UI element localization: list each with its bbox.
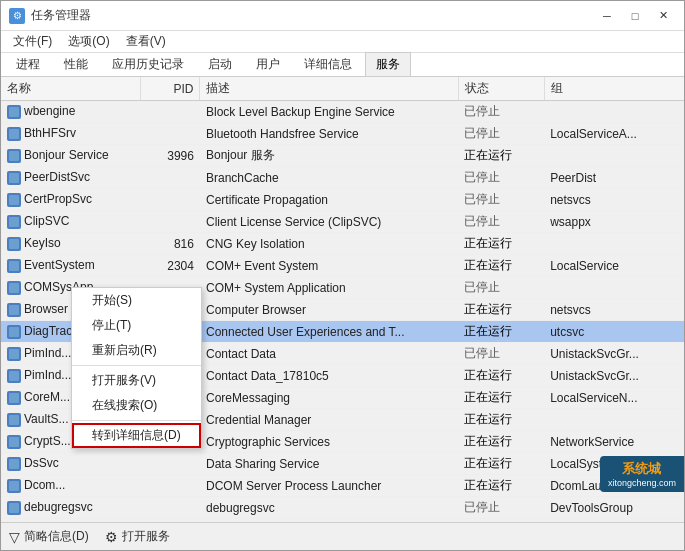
service-icon xyxy=(7,105,21,119)
tab-users[interactable]: 用户 xyxy=(245,52,291,76)
service-icon xyxy=(7,347,21,361)
table-row[interactable]: Dcom... DCOM Server Process Launcher 正在运… xyxy=(1,475,684,497)
close-button[interactable]: ✕ xyxy=(650,6,676,26)
tab-services[interactable]: 服务 xyxy=(365,52,411,76)
row-status: 正在运行 xyxy=(458,431,544,453)
service-icon xyxy=(7,303,21,317)
col-header-name[interactable]: 名称 xyxy=(1,77,141,101)
col-header-status[interactable]: 状态 xyxy=(458,77,544,101)
row-desc: Certificate Propagation xyxy=(200,189,458,211)
context-menu-divider xyxy=(72,365,201,366)
row-group: UnistackSvcGr... xyxy=(544,365,684,387)
service-icon xyxy=(7,171,21,185)
table-row[interactable]: ClipSVC Client License Service (ClipSVC)… xyxy=(1,211,684,233)
row-status: 正在运行 xyxy=(458,255,544,277)
context-menu-item[interactable]: 打开服务(V) xyxy=(72,368,201,393)
row-status: 正在运行 xyxy=(458,365,544,387)
row-desc: Computer Browser xyxy=(200,299,458,321)
col-header-group[interactable]: 组 xyxy=(544,77,684,101)
row-status: 已停止 xyxy=(458,277,544,299)
row-pid xyxy=(141,167,200,189)
row-desc: COM+ System Application xyxy=(200,277,458,299)
row-name: wbengine xyxy=(1,101,141,123)
row-pid: 17100 xyxy=(141,519,200,523)
row-pid xyxy=(141,211,200,233)
row-group xyxy=(544,233,684,255)
row-name: BthHFSrv xyxy=(1,123,141,145)
row-status: 已停止 xyxy=(458,211,544,233)
row-group: PeerDist xyxy=(544,167,684,189)
table-row[interactable]: debugregsvc debugregsvc 已停止 DevToolsGrou… xyxy=(1,497,684,519)
menu-file[interactable]: 文件(F) xyxy=(5,31,60,52)
menu-view[interactable]: 查看(V) xyxy=(118,31,174,52)
table-row[interactable]: DoSvc 17100 Delivery Optimization 正在运行 N… xyxy=(1,519,684,523)
services-icon: ⚙ xyxy=(105,529,118,545)
table-row[interactable]: BthHFSrv Bluetooth Handsfree Service 已停止… xyxy=(1,123,684,145)
minimize-button[interactable]: ─ xyxy=(594,6,620,26)
row-desc: Contact Data xyxy=(200,343,458,365)
row-pid: 2304 xyxy=(141,255,200,277)
tab-details[interactable]: 详细信息 xyxy=(293,52,363,76)
context-menu: 开始(S)停止(T)重新启动(R)打开服务(V)在线搜索(O)转到详细信息(D) xyxy=(71,287,202,449)
context-menu-item[interactable]: 在线搜索(O) xyxy=(72,393,201,418)
row-desc: Connected User Experiences and T... xyxy=(200,321,458,343)
row-name: Bonjour Service xyxy=(1,145,141,167)
title-bar: ⚙ 任务管理器 ─ □ ✕ xyxy=(1,1,684,31)
tab-app-history[interactable]: 应用历史记录 xyxy=(101,52,195,76)
row-pid xyxy=(141,101,200,123)
table-row[interactable]: KeyIso 816 CNG Key Isolation 正在运行 xyxy=(1,233,684,255)
tab-startup[interactable]: 启动 xyxy=(197,52,243,76)
service-icon xyxy=(7,237,21,251)
table-row[interactable]: wbengine Block Level Backup Engine Servi… xyxy=(1,101,684,123)
table-row[interactable]: EventSystem 2304 COM+ Event System 正在运行 … xyxy=(1,255,684,277)
row-group xyxy=(544,145,684,167)
menu-bar: 文件(F) 选项(O) 查看(V) xyxy=(1,31,684,53)
service-icon xyxy=(7,457,21,471)
maximize-button[interactable]: □ xyxy=(622,6,648,26)
row-pid: 3996 xyxy=(141,145,200,167)
watermark: 系统城 xitongcheng.com xyxy=(600,456,684,492)
row-group: utcsvc xyxy=(544,321,684,343)
table-row[interactable]: PeerDistSvc BranchCache 已停止 PeerDist xyxy=(1,167,684,189)
row-pid: 816 xyxy=(141,233,200,255)
table-row[interactable]: CertPropSvc Certificate Propagation 已停止 … xyxy=(1,189,684,211)
service-icon xyxy=(7,149,21,163)
row-status: 已停止 xyxy=(458,189,544,211)
open-services-button[interactable]: ⚙ 打开服务 xyxy=(105,528,170,545)
row-desc: BranchCache xyxy=(200,167,458,189)
row-group: netsvcs xyxy=(544,189,684,211)
row-group: LocalServiceN... xyxy=(544,387,684,409)
service-icon xyxy=(7,369,21,383)
context-menu-item[interactable]: 开始(S) xyxy=(72,288,201,313)
row-name: CertPropSvc xyxy=(1,189,141,211)
row-status: 正在运行 xyxy=(458,299,544,321)
service-icon xyxy=(7,501,21,515)
row-group xyxy=(544,277,684,299)
row-group: DevToolsGroup xyxy=(544,497,684,519)
col-header-desc[interactable]: 描述 xyxy=(200,77,458,101)
row-status: 已停止 xyxy=(458,123,544,145)
tab-processes[interactable]: 进程 xyxy=(5,52,51,76)
menu-options[interactable]: 选项(O) xyxy=(60,31,117,52)
row-pid xyxy=(141,497,200,519)
row-group: NetworkService xyxy=(544,431,684,453)
row-group: LocalServiceA... xyxy=(544,123,684,145)
row-desc: Cryptographic Services xyxy=(200,431,458,453)
row-desc: Contact Data_17810c5 xyxy=(200,365,458,387)
row-desc: CNG Key Isolation xyxy=(200,233,458,255)
table-row[interactable]: DsSvc Data Sharing Service 正在运行 LocalSys… xyxy=(1,453,684,475)
col-header-pid[interactable]: PID xyxy=(141,77,200,101)
summary-label: 简略信息(D) xyxy=(24,528,89,545)
row-desc: DCOM Server Process Launcher xyxy=(200,475,458,497)
row-desc: COM+ Event System xyxy=(200,255,458,277)
row-group: netsvcs xyxy=(544,299,684,321)
context-menu-item[interactable]: 重新启动(R) xyxy=(72,338,201,363)
tab-performance[interactable]: 性能 xyxy=(53,52,99,76)
summary-info-button[interactable]: ▽ 简略信息(D) xyxy=(9,528,89,545)
service-icon xyxy=(7,215,21,229)
row-name: debugregsvc xyxy=(1,497,141,519)
table-row[interactable]: Bonjour Service 3996 Bonjour 服务 正在运行 xyxy=(1,145,684,167)
row-group xyxy=(544,409,684,431)
context-menu-goto-details[interactable]: 转到详细信息(D) xyxy=(72,423,201,448)
context-menu-item[interactable]: 停止(T) xyxy=(72,313,201,338)
